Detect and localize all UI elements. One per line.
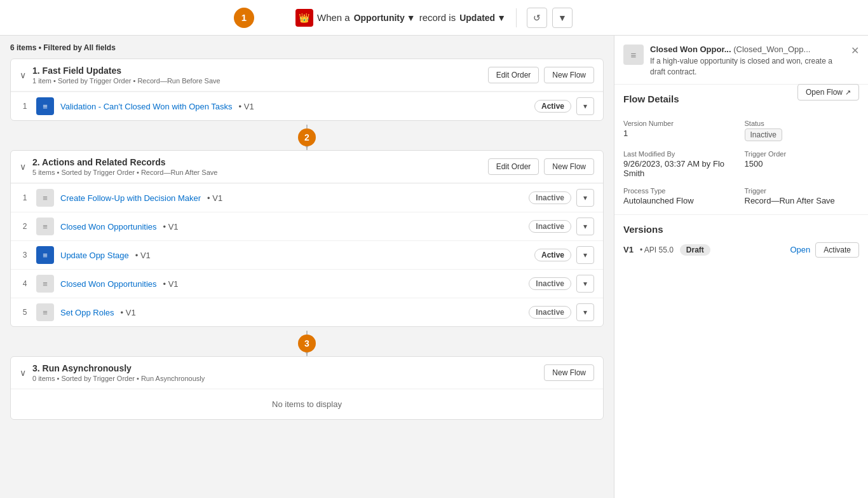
version-row: V1 • API 55.0 Draft Open Activate (623, 242, 859, 258)
status-badge-inactive: Inactive (529, 220, 571, 233)
section-header-2: ∨ 2. Actions and Related Records 5 items… (11, 151, 603, 183)
top-bar: 1 👑 When a Opportunity ▼ record is Updat… (0, 0, 868, 36)
process-type-detail: Process Type Autolaunched Flow (623, 187, 738, 205)
flow-icon-inactive: ≡ (36, 303, 54, 321)
open-flow-button[interactable]: Open Flow ↗ (797, 84, 859, 100)
step-badge-1: 1 (234, 8, 254, 28)
flow-link[interactable]: Update Opp Stage (60, 251, 129, 260)
left-panel: 6 items • Filtered by All fields ∨ 1. Fa… (0, 36, 614, 498)
version-label: V1 (623, 245, 634, 254)
trigger-mid: record is (419, 12, 456, 23)
versions-section: Versions V1 • API 55.0 Draft Open Activa… (614, 215, 868, 266)
divider (516, 8, 517, 27)
filter-bar: 6 items • Filtered by All fields (10, 43, 604, 52)
section-actions-related: ∨ 2. Actions and Related Records 5 items… (10, 150, 604, 327)
status-badge-inactive: Inactive (529, 306, 571, 319)
trigger-action-dropdown[interactable]: Updated ▼ (459, 13, 506, 23)
edit-order-button-2[interactable]: Edit Order (488, 158, 539, 175)
draft-badge: Draft (680, 244, 710, 256)
versions-title: Versions (623, 224, 859, 235)
flow-details-title: Flow Details (623, 93, 679, 104)
item-dropdown-button[interactable]: ▾ (576, 97, 594, 115)
trigger-area: 👑 When a Opportunity ▼ record is Updated… (295, 9, 506, 27)
section-meta-1: 1 item • Sorted by Trigger Order • Recor… (32, 77, 220, 85)
flow-icon-inactive: ≡ (36, 275, 54, 293)
flow-link[interactable]: Closed Won Opportunities (60, 222, 157, 232)
connector-2: 3 ▼ (10, 331, 604, 356)
version-open-link[interactable]: Open (790, 245, 811, 254)
flow-icon-inactive: ≡ (36, 189, 54, 207)
section-meta-3: 0 items • Sorted by Trigger Order • Run … (32, 375, 205, 382)
section-title-2: 2. Actions and Related Records (32, 157, 217, 167)
status-inactive-badge: Inactive (745, 128, 782, 141)
flow-details-section: Flow Details Open Flow ↗ Version Number … (614, 85, 868, 215)
flow-item: 3 ≡ Update Opp Stage • V1 Active ▾ (11, 240, 603, 269)
connector-1: 2 ▼ (10, 125, 604, 150)
filter-button[interactable]: ▼ (552, 8, 573, 28)
edit-order-button-1[interactable]: Edit Order (488, 67, 539, 83)
flow-item: 5 ≡ Set Opp Roles • V1 Inactive ▾ (11, 298, 603, 326)
section-title-3: 3. Run Asynchronously (32, 363, 205, 373)
section-title-1: 1. Fast Field Updates (32, 66, 220, 76)
status-badge-inactive: Inactive (529, 191, 571, 204)
trigger-icon: 👑 (295, 9, 313, 27)
version-api: • API 55.0 (640, 246, 674, 254)
version-number-detail: Version Number 1 (623, 120, 738, 141)
status-badge-inactive: Inactive (529, 277, 571, 290)
new-flow-button-1[interactable]: New Flow (544, 67, 594, 83)
item-dropdown-button[interactable]: ▾ (576, 275, 594, 293)
trigger-object-dropdown[interactable]: Opportunity ▼ (354, 13, 416, 23)
flow-link[interactable]: Closed Won Opportunities (60, 279, 157, 289)
right-panel: ≡ Closed Won Oppor... (Closed_Won_Opp...… (614, 36, 868, 498)
status-badge-active: Active (534, 249, 571, 261)
item-num: 1 (20, 102, 30, 111)
details-grid: Version Number 1 Status Inactive Last Mo… (623, 120, 859, 205)
section-fast-field-updates: ∨ 1. Fast Field Updates 1 item • Sorted … (10, 59, 604, 121)
step-badge-2: 2 (298, 128, 316, 146)
status-detail: Status Inactive (745, 120, 860, 141)
flow-link[interactable]: Validation - Can't Closed Won with Open … (60, 102, 233, 111)
section-collapse-1[interactable]: ∨ (20, 70, 26, 80)
flow-link[interactable]: Set Opp Roles (60, 308, 114, 317)
flow-item: 1 ≡ Create Follow-Up with Decision Maker… (11, 183, 603, 212)
section-collapse-2[interactable]: ∨ (20, 162, 26, 172)
flow-icon-active: ≡ (36, 246, 54, 264)
step-badge-3: 3 (298, 335, 316, 352)
flow-icon-active: ≡ (36, 97, 54, 115)
flow-icon-inactive: ≡ (36, 218, 54, 235)
section-run-async: ∨ 3. Run Asynchronously 0 items • Sorted… (10, 356, 604, 420)
new-flow-button-3[interactable]: New Flow (544, 364, 594, 381)
refresh-button[interactable]: ↺ (527, 8, 547, 28)
new-flow-button-2[interactable]: New Flow (544, 158, 594, 175)
flow-item: 4 ≡ Closed Won Opportunities • V1 Inacti… (11, 269, 603, 298)
trigger-order-detail: Trigger Order 1500 (745, 150, 860, 178)
panel-subtitle: If a high-value opportunity is closed an… (650, 56, 844, 78)
section-collapse-3[interactable]: ∨ (20, 368, 26, 378)
activate-button[interactable]: Activate (815, 242, 859, 258)
trigger-text-before: When a (317, 12, 350, 23)
flow-item: 2 ≡ Closed Won Opportunities • V1 Inacti… (11, 212, 603, 240)
flow-item: 1 ≡ Validation - Can't Closed Won with O… (11, 92, 603, 120)
item-dropdown-button[interactable]: ▾ (576, 303, 594, 321)
item-dropdown-button[interactable]: ▾ (576, 246, 594, 264)
panel-flow-icon: ≡ (623, 45, 644, 65)
status-badge-active: Active (534, 100, 571, 113)
section-meta-2: 5 items • Sorted by Trigger Order • Reco… (32, 169, 217, 176)
main-content: 6 items • Filtered by All fields ∨ 1. Fa… (0, 36, 868, 498)
panel-header: ≡ Closed Won Oppor... (Closed_Won_Opp...… (614, 36, 868, 85)
panel-title: Closed Won Oppor... (Closed_Won_Opp... (650, 45, 844, 54)
item-dropdown-button[interactable]: ▾ (576, 189, 594, 207)
section-header-1: ∨ 1. Fast Field Updates 1 item • Sorted … (11, 59, 603, 92)
close-panel-button[interactable]: ✕ (851, 45, 859, 57)
last-modified-detail: Last Modified By 9/26/2023, 03:37 AM by … (623, 150, 738, 178)
no-items-text: No items to display (11, 389, 603, 419)
flow-link[interactable]: Create Follow-Up with Decision Maker (60, 193, 201, 203)
section-header-3: ∨ 3. Run Asynchronously 0 items • Sorted… (11, 357, 603, 389)
trigger-detail: Trigger Record—Run After Save (745, 187, 860, 205)
item-dropdown-button[interactable]: ▾ (576, 218, 594, 235)
